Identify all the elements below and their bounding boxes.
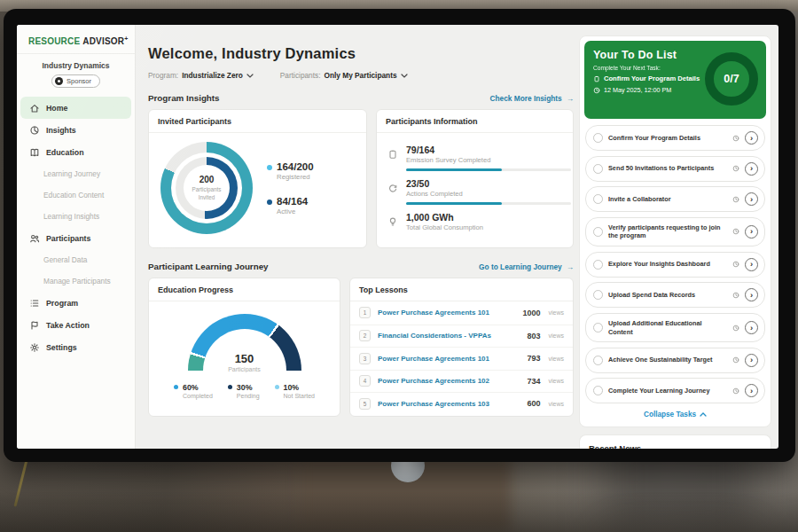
sidebar: RESOURCEADVISOR+ Industry Dynamics Spons… (17, 25, 136, 449)
lesson-rank: 4 (359, 375, 371, 387)
todo-progress-ring: 0/7 (705, 52, 758, 106)
sidebar-item-home[interactable]: Home (20, 97, 131, 119)
legend-value: 84/164 (277, 196, 314, 207)
checkbox[interactable] (593, 290, 603, 300)
lessons-list: 1 Power Purchase Agreements 101 1000 vie… (350, 301, 573, 415)
background-floor-shadow (0, 491, 798, 532)
todo-item-label: Explore Your Insights Dashboard (608, 260, 727, 269)
sidebar-item-learning-journey[interactable]: Learning Journey (20, 163, 131, 184)
sidebar-item-education[interactable]: Education (20, 141, 131, 163)
sidebar-item-manage-participants[interactable]: Manage Participants (20, 270, 131, 292)
lesson-row: 4 Power Purchase Agreements 102 734 view… (350, 370, 573, 393)
lesson-views: 734 (527, 377, 540, 386)
gauge-chart: 150 Participants (188, 314, 301, 372)
learning-journey-header: Participant Learning Journey Go to Learn… (148, 262, 574, 271)
account-name: Industry Dynamics (17, 61, 135, 70)
todo-item-label: Complete Your Learning Journey (608, 387, 727, 395)
sidebar-item-participants[interactable]: Participants (20, 227, 131, 249)
section-title: Program Insights (148, 93, 220, 103)
program-dropdown[interactable]: Program: Industrialize Zero (148, 71, 254, 80)
chevron-right-button[interactable]: › (745, 162, 758, 176)
filters-row: Program: Industrialize Zero Participants… (148, 71, 574, 80)
actions-icon (387, 181, 398, 207)
todo-item[interactable]: Achieve One Sustainability Target › (585, 348, 765, 373)
lesson-link[interactable]: Financial Considerations - VPPAs (378, 332, 520, 340)
lesson-views: 793 (527, 354, 540, 363)
chevron-right-button[interactable]: › (745, 288, 758, 301)
todo-item-label: Invite a Collaborator (608, 195, 727, 204)
todo-item[interactable]: Invite a Collaborator › (585, 186, 765, 212)
legend-value: 10% (284, 383, 315, 392)
checkbox[interactable] (593, 133, 603, 143)
chevron-down-icon (401, 74, 408, 78)
card-title: Participants Information (377, 110, 573, 133)
checkbox[interactable] (593, 356, 603, 365)
participants-dropdown[interactable]: Participants: Only My Participants (280, 71, 408, 80)
sidebar-item-label: Program (46, 299, 78, 308)
todo-item[interactable]: Verify participants requesting to join t… (585, 217, 765, 247)
chevron-right-button[interactable]: › (745, 321, 758, 334)
sidebar-item-general-data[interactable]: General Data (20, 249, 131, 270)
checkbox[interactable] (593, 164, 603, 174)
stat-actions-completed: 23/50 Actions Completed (387, 173, 562, 207)
gauge-center-value: 150 (188, 352, 301, 365)
gauge-legend: 60% Completed 30% Pending (174, 383, 315, 399)
lesson-views-suffix: views (548, 401, 564, 407)
todo-item[interactable]: Confirm Your Program Details › (585, 125, 765, 151)
chevron-right-button[interactable]: › (745, 384, 758, 397)
checkbox[interactable] (593, 194, 603, 204)
clock-icon (593, 87, 600, 94)
sidebar-item-program[interactable]: Program (20, 292, 131, 314)
progress-fill (406, 168, 502, 171)
sponsor-icon (55, 77, 63, 85)
todo-item[interactable]: Explore Your Insights Dashboard › (585, 252, 765, 278)
sidebar-item-label: Education Content (43, 191, 104, 200)
checkbox[interactable] (593, 323, 603, 332)
lesson-views: 803 (527, 332, 540, 340)
legend-label: Not Started (284, 393, 315, 399)
dashboard-screen: RESOURCEADVISOR+ Industry Dynamics Spons… (17, 25, 778, 449)
card-title: Invited Participants (149, 110, 366, 133)
todo-header: Your To Do List Complete Your Next Task:… (584, 41, 766, 119)
chevron-right-button[interactable]: › (745, 225, 758, 239)
todo-item[interactable]: Upload Additional Educational Content › (585, 313, 765, 343)
legend-dot (228, 385, 232, 389)
legend-dot (267, 200, 272, 205)
sidebar-item-settings[interactable]: Settings (20, 336, 131, 358)
sidebar-item-education-content[interactable]: Education Content (20, 184, 131, 206)
program-insights-header: Program Insights Check More Insights → (148, 93, 574, 103)
legend-active: 84/164 Active (267, 196, 314, 215)
chevron-right-button[interactable]: › (745, 258, 758, 271)
todo-panel: Your To Do List Complete Your Next Task:… (579, 25, 778, 449)
logo-word-advisor: ADVISOR (82, 36, 124, 46)
todo-item-label: Upload Additional Educational Content (608, 319, 727, 337)
collapse-tasks-link[interactable]: Collapse Tasks (584, 411, 766, 419)
sidebar-nav: Home Insights Education Learning Journey (17, 97, 135, 358)
chevron-right-button[interactable]: › (745, 192, 758, 206)
lesson-link[interactable]: Power Purchase Agreements 101 (378, 355, 520, 363)
checkbox[interactable] (593, 260, 603, 270)
check-more-insights-link[interactable]: Check More Insights → (490, 94, 574, 103)
sidebar-item-label: General Data (43, 255, 87, 264)
lesson-views-suffix: views (548, 332, 564, 339)
lesson-rank: 1 (359, 307, 371, 318)
chevron-right-button[interactable]: › (745, 131, 758, 145)
lesson-link[interactable]: Power Purchase Agreements 101 (378, 309, 515, 317)
sidebar-item-insights[interactable]: Insights (20, 119, 131, 141)
lesson-link[interactable]: Power Purchase Agreements 102 (378, 377, 520, 385)
sidebar-item-learning-insights[interactable]: Learning Insights (20, 206, 131, 227)
survey-icon (387, 147, 398, 173)
legend-value: 60% (183, 383, 213, 392)
link-label: Go to Learning Journey (479, 262, 562, 271)
todo-item[interactable]: Upload Spend Data Records › (585, 282, 765, 308)
lesson-link[interactable]: Power Purchase Agreements 103 (378, 400, 520, 408)
go-to-learning-journey-link[interactable]: Go to Learning Journey → (479, 262, 574, 271)
checkbox[interactable] (593, 227, 603, 237)
chevron-right-button[interactable]: › (745, 354, 758, 367)
checkbox[interactable] (593, 386, 603, 395)
legend-pending: 30% Pending (228, 383, 260, 399)
sidebar-item-take-action[interactable]: Take Action (20, 314, 131, 336)
todo-item[interactable]: Complete Your Learning Journey › (585, 378, 765, 403)
sponsor-badge[interactable]: Sponsor (51, 74, 100, 88)
todo-item[interactable]: Send 50 Invitations to Participants › (585, 156, 765, 182)
